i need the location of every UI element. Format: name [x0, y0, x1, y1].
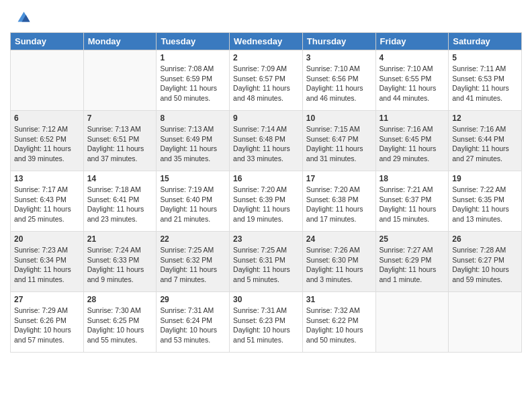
day-info: Sunrise: 7:23 AM Sunset: 6:34 PM Dayligh…	[14, 245, 80, 285]
day-info: Sunrise: 7:20 AM Sunset: 6:38 PM Dayligh…	[306, 185, 372, 224]
day-info: Sunrise: 7:17 AM Sunset: 6:43 PM Dayligh…	[14, 185, 80, 224]
day-number: 27	[14, 295, 80, 304]
calendar-week-row: 20Sunrise: 7:23 AM Sunset: 6:34 PM Dayli…	[11, 232, 522, 292]
day-info: Sunrise: 7:32 AM Sunset: 6:22 PM Dayligh…	[306, 306, 372, 345]
day-number: 23	[233, 234, 299, 244]
day-number: 17	[306, 174, 372, 183]
day-number: 24	[306, 234, 372, 244]
calendar-cell: 19Sunrise: 7:22 AM Sunset: 6:35 PM Dayli…	[449, 171, 522, 232]
calendar-cell: 11Sunrise: 7:16 AM Sunset: 6:45 PM Dayli…	[375, 111, 449, 171]
day-info: Sunrise: 7:29 AM Sunset: 6:26 PM Dayligh…	[14, 306, 80, 345]
day-info: Sunrise: 7:24 AM Sunset: 6:33 PM Dayligh…	[87, 245, 153, 285]
day-info: Sunrise: 7:26 AM Sunset: 6:30 PM Dayligh…	[306, 245, 372, 285]
calendar-week-row: 27Sunrise: 7:29 AM Sunset: 6:26 PM Dayli…	[11, 292, 522, 353]
day-number: 4	[380, 53, 445, 62]
day-info: Sunrise: 7:31 AM Sunset: 6:24 PM Dayligh…	[160, 306, 226, 345]
day-number: 31	[306, 295, 372, 304]
day-info: Sunrise: 7:10 AM Sunset: 6:56 PM Dayligh…	[306, 64, 372, 103]
calendar-cell: 24Sunrise: 7:26 AM Sunset: 6:30 PM Dayli…	[302, 232, 375, 292]
calendar-cell: 1Sunrise: 7:08 AM Sunset: 6:59 PM Daylig…	[157, 50, 230, 111]
day-info: Sunrise: 7:21 AM Sunset: 6:37 PM Dayligh…	[380, 185, 445, 224]
col-wednesday: Wednesday	[230, 33, 303, 50]
day-info: Sunrise: 7:19 AM Sunset: 6:40 PM Dayligh…	[160, 185, 226, 224]
day-info: Sunrise: 7:31 AM Sunset: 6:23 PM Dayligh…	[233, 306, 299, 345]
day-info: Sunrise: 7:18 AM Sunset: 6:41 PM Dayligh…	[87, 185, 153, 224]
col-thursday: Thursday	[302, 33, 375, 50]
calendar-week-row: 1Sunrise: 7:08 AM Sunset: 6:59 PM Daylig…	[11, 50, 522, 111]
day-number: 9	[233, 113, 299, 123]
day-number: 22	[160, 234, 226, 244]
calendar-cell: 20Sunrise: 7:23 AM Sunset: 6:34 PM Dayli…	[11, 232, 84, 292]
day-number: 30	[233, 295, 299, 304]
day-info: Sunrise: 7:13 AM Sunset: 6:51 PM Dayligh…	[87, 124, 153, 164]
day-number: 5	[452, 53, 518, 62]
day-info: Sunrise: 7:27 AM Sunset: 6:29 PM Dayligh…	[380, 245, 445, 285]
day-number: 6	[14, 113, 80, 123]
day-number: 7	[87, 113, 153, 123]
calendar-cell: 30Sunrise: 7:31 AM Sunset: 6:23 PM Dayli…	[230, 292, 303, 353]
day-info: Sunrise: 7:15 AM Sunset: 6:47 PM Dayligh…	[306, 124, 372, 164]
calendar-cell: 6Sunrise: 7:12 AM Sunset: 6:52 PM Daylig…	[11, 111, 84, 171]
day-info: Sunrise: 7:16 AM Sunset: 6:45 PM Dayligh…	[380, 124, 445, 164]
day-info: Sunrise: 7:13 AM Sunset: 6:49 PM Dayligh…	[160, 124, 226, 164]
day-info: Sunrise: 7:28 AM Sunset: 6:27 PM Dayligh…	[452, 245, 518, 285]
day-info: Sunrise: 7:16 AM Sunset: 6:44 PM Dayligh…	[452, 124, 518, 164]
calendar-cell: 2Sunrise: 7:09 AM Sunset: 6:57 PM Daylig…	[230, 50, 303, 111]
col-monday: Monday	[83, 33, 157, 50]
day-number: 13	[14, 174, 80, 183]
logo-icon	[13, 7, 33, 27]
day-info: Sunrise: 7:08 AM Sunset: 6:59 PM Dayligh…	[160, 64, 226, 103]
day-number: 25	[380, 234, 445, 244]
calendar-cell: 28Sunrise: 7:30 AM Sunset: 6:25 PM Dayli…	[83, 292, 157, 353]
day-info: Sunrise: 7:09 AM Sunset: 6:57 PM Dayligh…	[233, 64, 299, 103]
calendar-cell: 22Sunrise: 7:25 AM Sunset: 6:32 PM Dayli…	[157, 232, 230, 292]
day-number: 8	[160, 113, 226, 123]
day-info: Sunrise: 7:11 AM Sunset: 6:53 PM Dayligh…	[452, 64, 518, 103]
calendar-cell: 13Sunrise: 7:17 AM Sunset: 6:43 PM Dayli…	[11, 171, 84, 232]
day-info: Sunrise: 7:22 AM Sunset: 6:35 PM Dayligh…	[452, 185, 518, 224]
day-number: 10	[306, 113, 372, 123]
calendar-cell: 17Sunrise: 7:20 AM Sunset: 6:38 PM Dayli…	[302, 171, 375, 232]
calendar-body: 1Sunrise: 7:08 AM Sunset: 6:59 PM Daylig…	[11, 50, 522, 353]
calendar-cell: 15Sunrise: 7:19 AM Sunset: 6:40 PM Dayli…	[157, 171, 230, 232]
calendar-cell: 9Sunrise: 7:14 AM Sunset: 6:48 PM Daylig…	[230, 111, 303, 171]
calendar-week-row: 6Sunrise: 7:12 AM Sunset: 6:52 PM Daylig…	[11, 111, 522, 171]
calendar-cell: 4Sunrise: 7:10 AM Sunset: 6:55 PM Daylig…	[375, 50, 449, 111]
calendar-week-row: 13Sunrise: 7:17 AM Sunset: 6:43 PM Dayli…	[11, 171, 522, 232]
col-sunday: Sunday	[11, 33, 84, 50]
calendar-cell: 26Sunrise: 7:28 AM Sunset: 6:27 PM Dayli…	[449, 232, 522, 292]
day-number: 28	[87, 295, 153, 304]
day-number: 21	[87, 234, 153, 244]
logo	[10, 7, 33, 27]
day-number: 14	[87, 174, 153, 183]
calendar-cell: 16Sunrise: 7:20 AM Sunset: 6:39 PM Dayli…	[230, 171, 303, 232]
day-number: 16	[233, 174, 299, 183]
col-saturday: Saturday	[449, 33, 522, 50]
calendar-cell	[83, 50, 157, 111]
day-number: 3	[306, 53, 372, 62]
day-info: Sunrise: 7:30 AM Sunset: 6:25 PM Dayligh…	[87, 306, 153, 345]
calendar-cell: 23Sunrise: 7:25 AM Sunset: 6:31 PM Dayli…	[230, 232, 303, 292]
col-tuesday: Tuesday	[157, 33, 230, 50]
day-info: Sunrise: 7:25 AM Sunset: 6:32 PM Dayligh…	[160, 245, 226, 285]
day-number: 2	[233, 53, 299, 62]
calendar-cell: 31Sunrise: 7:32 AM Sunset: 6:22 PM Dayli…	[302, 292, 375, 353]
day-info: Sunrise: 7:25 AM Sunset: 6:31 PM Dayligh…	[233, 245, 299, 285]
calendar-cell: 25Sunrise: 7:27 AM Sunset: 6:29 PM Dayli…	[375, 232, 449, 292]
day-number: 19	[452, 174, 518, 183]
calendar-cell: 29Sunrise: 7:31 AM Sunset: 6:24 PM Dayli…	[157, 292, 230, 353]
calendar-cell	[11, 50, 84, 111]
day-info: Sunrise: 7:14 AM Sunset: 6:48 PM Dayligh…	[233, 124, 299, 164]
calendar-cell: 27Sunrise: 7:29 AM Sunset: 6:26 PM Dayli…	[11, 292, 84, 353]
calendar-cell	[449, 292, 522, 353]
calendar-cell: 12Sunrise: 7:16 AM Sunset: 6:44 PM Dayli…	[449, 111, 522, 171]
day-number: 1	[160, 53, 226, 62]
calendar-header-row: Sunday Monday Tuesday Wednesday Thursday…	[11, 33, 522, 50]
calendar-cell: 5Sunrise: 7:11 AM Sunset: 6:53 PM Daylig…	[449, 50, 522, 111]
calendar-table: Sunday Monday Tuesday Wednesday Thursday…	[10, 32, 522, 353]
calendar-cell: 14Sunrise: 7:18 AM Sunset: 6:41 PM Dayli…	[83, 171, 157, 232]
day-info: Sunrise: 7:12 AM Sunset: 6:52 PM Dayligh…	[14, 124, 80, 164]
calendar-cell	[375, 292, 449, 353]
calendar-cell: 8Sunrise: 7:13 AM Sunset: 6:49 PM Daylig…	[157, 111, 230, 171]
day-number: 11	[380, 113, 445, 123]
